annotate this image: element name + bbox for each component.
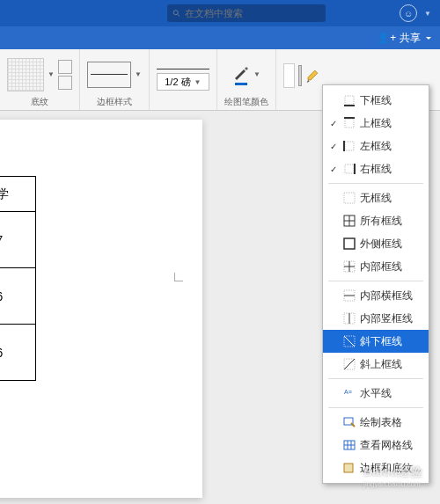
document-page: 语 数学 6 67 8 76 7 56 [0, 120, 202, 498]
menu-item-label: 斜下框线 [360, 334, 402, 349]
chevron-down-icon: ▼ [424, 10, 431, 18]
svg-rect-2 [345, 96, 354, 105]
chevron-down-icon[interactable]: ▼ [48, 70, 55, 78]
svg-text:A≡: A≡ [344, 389, 352, 395]
border-menu-item[interactable]: A≡水平线 [323, 382, 429, 405]
pen-color-group: ▼ 绘图笔颜色 [217, 49, 276, 110]
title-bar: ☺ ▼ [0, 0, 440, 26]
menu-item-label: 查看网格线 [360, 438, 413, 453]
table-cell[interactable]: 56 [0, 325, 36, 381]
check-icon: ✓ [328, 142, 339, 151]
svg-rect-6 [345, 142, 354, 150]
border-menu-item[interactable]: 外侧框线 [323, 232, 429, 255]
border-type-icon [342, 237, 356, 251]
svg-rect-4 [345, 119, 354, 128]
check-icon: ✓ [328, 119, 339, 128]
table-header-cell[interactable]: 数学 [0, 177, 36, 212]
search-input[interactable] [185, 8, 320, 18]
svg-point-0 [173, 10, 178, 14]
menu-item-label: 左框线 [360, 139, 392, 154]
table-row: 8 76 [0, 268, 36, 325]
chevron-down-icon: ▼ [194, 78, 202, 86]
svg-rect-14 [344, 238, 355, 249]
border-type-icon [342, 116, 356, 130]
svg-rect-8 [345, 164, 354, 173]
border-menu-item[interactable]: ✓右框线 [323, 157, 429, 180]
border-type-icon [342, 311, 356, 325]
border-menu-item[interactable]: 斜上框线 [323, 353, 429, 376]
border-type-icon [342, 357, 356, 371]
border-menu-item[interactable]: 内部横框线 [323, 284, 429, 307]
feedback-icon[interactable]: ☺ [400, 4, 417, 22]
border-weight-group: 1/2 磅 ▼ [150, 49, 217, 110]
pen-icon [232, 63, 250, 81]
menu-item-label: 所有框线 [360, 214, 402, 229]
menu-item-label: 上框线 [360, 116, 392, 131]
menu-item-label: 水平线 [360, 386, 392, 401]
search-box[interactable] [167, 4, 326, 22]
search-icon [172, 9, 181, 18]
border-apply-group [276, 49, 329, 110]
menu-item-label: 外侧框线 [360, 237, 402, 252]
border-menu-item[interactable]: ✓上框线 [323, 112, 429, 135]
chevron-down-icon[interactable]: ▼ [135, 70, 142, 78]
menu-item-label: 右框线 [360, 162, 392, 177]
border-apply-button[interactable] [283, 63, 295, 88]
share-bar: 👤+ 共享 [0, 26, 440, 49]
border-weight-select[interactable]: 1/2 磅 ▼ [157, 73, 209, 91]
border-type-icon [342, 259, 356, 274]
border-menu-item[interactable]: 内部框线 [323, 255, 429, 278]
border-type-icon [342, 214, 356, 228]
menu-item-label: 绘制表格 [360, 415, 402, 430]
border-type-icon [342, 289, 356, 303]
border-menu-item[interactable]: 查看网格线 [323, 434, 429, 457]
table-cell[interactable]: 67 [0, 212, 36, 268]
svg-rect-10 [344, 193, 355, 203]
border-type-icon [342, 93, 356, 107]
border-style-label: 边框样式 [97, 96, 132, 108]
menu-item-label: 下框线 [360, 93, 392, 108]
border-type-icon [342, 438, 356, 452]
check-icon: ✓ [328, 164, 339, 174]
border-type-icon [342, 191, 356, 205]
shading-swatches[interactable] [58, 60, 72, 90]
share-icon: 👤+ [377, 32, 396, 44]
format-painter-icon[interactable] [305, 68, 322, 84]
border-dropdown-button[interactable] [298, 65, 303, 86]
pen-color-button[interactable] [232, 63, 250, 85]
border-style-group: ▼ 边框样式 [80, 49, 150, 110]
border-type-icon [342, 162, 356, 176]
border-menu-item[interactable]: 无框线 [323, 186, 429, 209]
share-button[interactable]: 👤+ 共享 [377, 31, 431, 46]
svg-line-25 [344, 359, 355, 369]
svg-line-1 [178, 14, 180, 17]
svg-line-23 [344, 336, 355, 347]
border-menu-item[interactable]: 所有框线 [323, 209, 429, 232]
border-style-preview[interactable] [87, 62, 131, 88]
border-type-icon [342, 415, 356, 429]
document-table[interactable]: 语 数学 6 67 8 76 7 56 [0, 176, 36, 381]
menu-item-label: 斜上框线 [360, 357, 402, 372]
table-row: 7 56 [0, 325, 36, 381]
border-menu-item[interactable]: 斜下框线 [323, 330, 429, 353]
menu-item-label: 内部竖框线 [360, 311, 413, 326]
menu-item-label: 内部框线 [360, 259, 402, 274]
border-menu-item[interactable]: ✓左框线 [323, 135, 429, 157]
shading-preview[interactable] [7, 58, 44, 91]
borders-dropdown-menu: 下框线✓上框线✓左框线✓右框线无框线所有框线外侧框线内部框线内部横框线内部竖框线… [322, 84, 429, 484]
border-type-icon [342, 461, 356, 475]
menu-item-label: 内部横框线 [360, 289, 413, 303]
chevron-down-icon[interactable]: ▼ [253, 70, 260, 78]
border-menu-item[interactable]: 下框线 [323, 89, 429, 112]
shading-group: ▼ 底纹 [0, 49, 80, 110]
border-type-icon [342, 139, 356, 153]
border-menu-item[interactable]: 绘制表格 [323, 411, 429, 434]
menu-item-label: 无框线 [360, 191, 392, 206]
table-cell[interactable]: 76 [0, 268, 36, 325]
border-menu-item[interactable]: 内部竖框线 [323, 307, 429, 330]
border-type-icon: A≡ [342, 386, 356, 400]
shading-label: 底纹 [31, 96, 48, 108]
table-row: 6 67 [0, 212, 36, 268]
watermark: Baidu经验 jingyan.baidu.com [363, 464, 422, 488]
pen-color-label: 绘图笔颜色 [224, 96, 268, 108]
